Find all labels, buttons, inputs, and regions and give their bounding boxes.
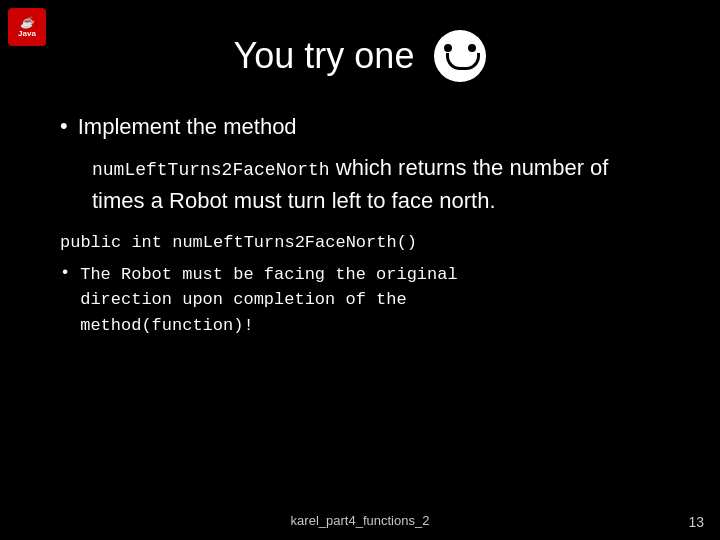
description-block: numLeftTurns2FaceNorth which returns the… bbox=[92, 151, 660, 217]
bullet-2-line2: direction upon completion of the bbox=[80, 287, 457, 313]
slide-title: You try one bbox=[234, 35, 415, 77]
code-inline-method: numLeftTurns2FaceNorth bbox=[92, 160, 330, 180]
bullet-2-item: • The Robot must be facing the original … bbox=[60, 262, 660, 339]
bullet-1-dot: • bbox=[60, 112, 68, 141]
bullet-1-text: Implement the method bbox=[78, 112, 297, 143]
bullet-2-line3: method(function)! bbox=[80, 313, 457, 339]
title-row: You try one bbox=[60, 30, 660, 82]
bullet-1-section: • Implement the method numLeftTurns2Face… bbox=[60, 112, 660, 217]
slide-footer: karel_part4_functions_2 bbox=[0, 513, 720, 528]
page-number: 13 bbox=[688, 514, 704, 530]
java-logo: ☕ Java bbox=[8, 8, 46, 46]
slide-content: You try one • Implement the method numLe… bbox=[0, 0, 720, 358]
bullet-2-dot: • bbox=[60, 262, 70, 284]
bullet-2-line1: The Robot must be facing the original bbox=[80, 262, 457, 288]
code-block: public int numLeftTurns2FaceNorth() bbox=[60, 233, 660, 252]
bullet-1-item: • Implement the method bbox=[60, 112, 660, 143]
footer-label: karel_part4_functions_2 bbox=[291, 513, 430, 528]
java-logo-text: Java bbox=[18, 29, 36, 39]
bullet-2-text: The Robot must be facing the original di… bbox=[80, 262, 457, 339]
java-logo-icon: ☕ bbox=[20, 16, 34, 29]
smiley-face-icon bbox=[434, 30, 486, 82]
